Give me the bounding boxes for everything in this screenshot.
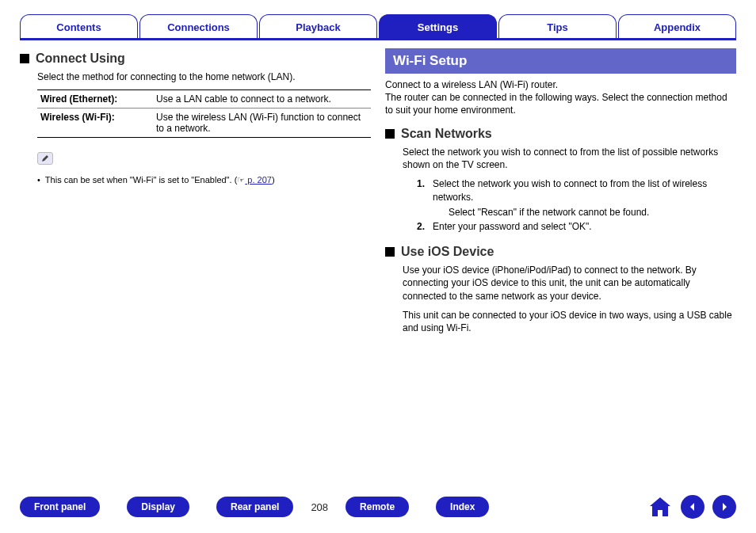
step-sub: Select "Rescan" if the network cannot be… [449, 206, 736, 219]
index-button[interactable]: Index [436, 497, 489, 517]
heading-scan-networks: Scan Networks [385, 127, 736, 141]
square-bullet-icon [385, 129, 395, 139]
heading-text: Scan Networks [401, 127, 492, 141]
step-number: 1. [417, 177, 428, 219]
top-tabs: Contents Connections Playback Settings T… [20, 14, 736, 40]
tab-tips[interactable]: Tips [498, 14, 617, 38]
ios-p1: Use your iOS device (iPhone/iPod/iPad) t… [403, 264, 736, 303]
bullet-dot: • [37, 174, 40, 186]
rear-panel-button[interactable]: Rear panel [216, 497, 293, 517]
step-text: Enter your password and select "OK". [433, 220, 592, 234]
row-key: Wired (Ethernet): [37, 93, 156, 105]
scan-steps: 1. Select the network you wish to connec… [417, 177, 736, 234]
list-item: 1. Select the network you wish to connec… [417, 177, 736, 219]
ios-p2: This unit can be connected to your iOS d… [403, 309, 736, 334]
footer-right-group: Remote Index [346, 497, 489, 517]
step-main: Select the network you wish to connect t… [433, 178, 707, 203]
tab-contents[interactable]: Contents [20, 14, 138, 38]
display-button[interactable]: Display [127, 497, 189, 517]
list-item: 2. Enter your password and select "OK". [417, 220, 736, 234]
connect-using-table: Wired (Ethernet): Use a LAN cable to con… [37, 89, 371, 138]
note-pre: This can be set when "Wi-Fi" is set to "… [45, 175, 237, 185]
step-number: 2. [417, 220, 428, 234]
wifi-intro: Connect to a wireless LAN (Wi-Fi) router… [385, 78, 736, 117]
tab-playback[interactable]: Playback [259, 14, 377, 38]
left-column: Connect Using Select the method for conn… [20, 48, 371, 341]
note-text: This can be set when "Wi-Fi" is set to "… [45, 174, 275, 186]
heading-text: Connect Using [36, 51, 125, 66]
scan-desc: Select the network you wish to connect t… [403, 146, 736, 171]
front-panel-button[interactable]: Front panel [20, 497, 100, 517]
remote-button[interactable]: Remote [346, 497, 409, 517]
heading-text: Use iOS Device [401, 245, 494, 259]
pencil-icon [37, 152, 53, 165]
heading-use-ios: Use iOS Device [385, 245, 736, 259]
square-bullet-icon [20, 54, 29, 63]
row-value: Use the wireless LAN (Wi-Fi) function to… [156, 112, 371, 134]
square-bullet-icon [385, 247, 395, 257]
page-link[interactable]: p. 207 [245, 175, 272, 185]
table-row: Wireless (Wi-Fi): Use the wireless LAN (… [37, 109, 371, 137]
note-bullet: • This can be set when "Wi-Fi" is set to… [37, 174, 371, 186]
wifi-setup-banner: Wi-Fi Setup [385, 48, 736, 74]
tab-settings[interactable]: Settings [379, 14, 497, 38]
home-icon[interactable] [647, 495, 673, 519]
note-section [37, 152, 371, 169]
row-value: Use a LAN cable to connect to a network. [156, 93, 371, 105]
wifi-intro-line1: Connect to a wireless LAN (Wi-Fi) router… [385, 79, 558, 90]
note-post: ) [272, 175, 275, 185]
tab-appendix[interactable]: Appendix [618, 14, 736, 38]
wifi-intro-line2: The router can be connected in the follo… [385, 92, 727, 116]
row-key: Wireless (Wi-Fi): [37, 112, 156, 134]
nav-icons [647, 495, 736, 519]
tab-connections[interactable]: Connections [139, 14, 258, 38]
pointer-icon: ☞ [237, 175, 245, 185]
footer-left-group: Front panel Display Rear panel [20, 497, 293, 517]
step-text: Select the network you wish to connect t… [433, 177, 736, 219]
connect-using-intro: Select the method for connecting to the … [37, 70, 371, 83]
footer-bar: Front panel Display Rear panel 208 Remot… [0, 495, 756, 519]
right-column: Wi-Fi Setup Connect to a wireless LAN (W… [385, 48, 736, 341]
prev-arrow-icon[interactable] [681, 495, 704, 519]
heading-connect-using: Connect Using [20, 51, 371, 66]
table-row: Wired (Ethernet): Use a LAN cable to con… [37, 90, 371, 109]
next-arrow-icon[interactable] [712, 495, 736, 519]
page-number: 208 [293, 501, 346, 513]
